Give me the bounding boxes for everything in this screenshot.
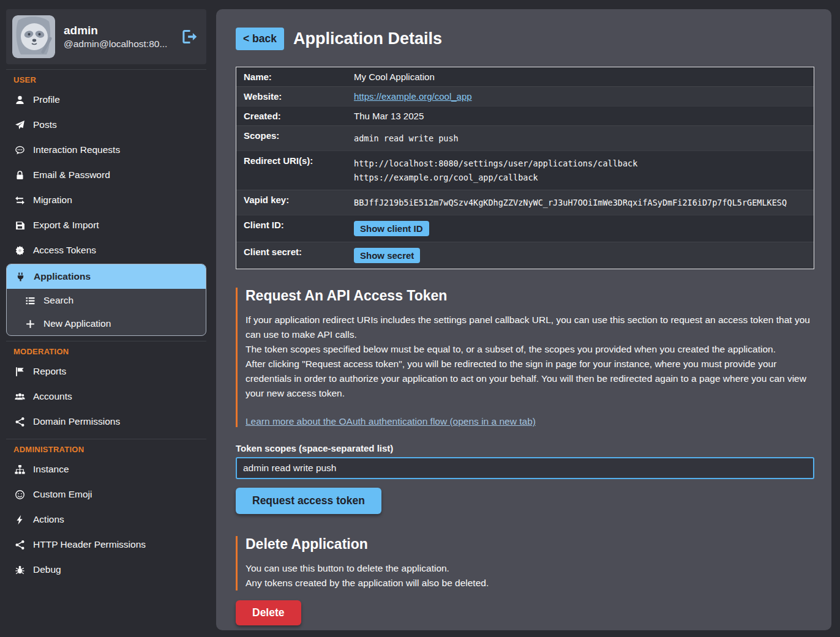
plus-icon <box>24 318 36 330</box>
table-row: Scopes: admin read write push <box>236 125 814 151</box>
sidebar-item-debug[interactable]: Debug <box>6 557 206 582</box>
table-row: Client ID: Show client ID <box>236 215 814 242</box>
show-client-id-button[interactable]: Show client ID <box>354 221 429 236</box>
request-token-paragraph: The token scopes specified below must be… <box>246 342 814 357</box>
share-nodes-icon <box>13 538 26 551</box>
sidebar-item-label: HTTP Header Permissions <box>33 539 146 550</box>
created-value: Thu Mar 13 2025 <box>354 106 814 125</box>
sidebar-item-label: Reports <box>33 366 66 377</box>
delete-application-text-block: Delete Application You can use this butt… <box>236 536 814 590</box>
user-info: admin @admin@localhost:80... <box>64 23 167 51</box>
comment-dots-icon <box>13 144 26 156</box>
lock-icon <box>13 169 26 181</box>
sidebar-item-instance[interactable]: Instance <box>6 457 206 482</box>
delete-application-line: Any tokens created by the application wi… <box>246 576 814 590</box>
delete-application-line: You can use this button to delete the ap… <box>246 561 814 576</box>
table-row: Website: https://example.org/cool_app <box>236 86 814 106</box>
app-name-value: My Cool Application <box>354 67 814 86</box>
sidebar-item-interaction-requests[interactable]: Interaction Requests <box>6 138 206 162</box>
sidebar-item-actions[interactable]: Actions <box>6 507 206 532</box>
sidebar-item-custom-emoji[interactable]: Custom Emoji <box>6 482 206 507</box>
sidebar-section-administration: ADMINISTRATION <box>13 445 206 454</box>
sidebar-item-label: Applications <box>34 271 91 282</box>
application-details-table: Name: My Cool Application Website: https… <box>236 67 814 269</box>
user-card[interactable]: admin @admin@localhost:80... <box>6 9 206 64</box>
table-row: Client secret: Show secret <box>236 242 814 269</box>
sidebar-item-label: Email & Password <box>33 169 110 181</box>
users-icon <box>13 390 26 403</box>
table-row: Name: My Cool Application <box>236 67 814 86</box>
sidebar-item-label: Profile <box>33 94 60 105</box>
oauth-docs-link[interactable]: Learn more about the OAuth authenticatio… <box>246 416 536 427</box>
row-label: Client secret: <box>236 242 354 261</box>
scopes-value: admin read write push <box>354 126 814 151</box>
website-link[interactable]: https://example.org/cool_app <box>354 91 472 102</box>
sidebar-subitem-new-application[interactable]: New Application <box>7 312 206 335</box>
row-label: Vapid key: <box>236 190 354 209</box>
back-button[interactable]: < back <box>236 28 284 50</box>
settings-page: admin @admin@localhost:80... USER Profil… <box>0 0 840 637</box>
sidebar-item-label: Posts <box>33 119 57 130</box>
token-scopes-label: Token scopes (space-separated list) <box>236 443 814 453</box>
sidebar-item-posts[interactable]: Posts <box>6 113 206 137</box>
bug-icon <box>13 564 26 576</box>
sidebar-item-profile[interactable]: Profile <box>6 88 206 112</box>
delete-button[interactable]: Delete <box>236 600 301 625</box>
request-token-paragraph: If your application redirect URIs includ… <box>246 313 814 342</box>
applications-group: Applications Search New Application <box>6 264 206 336</box>
sidebar-item-reports[interactable]: Reports <box>6 359 206 384</box>
sidebar-item-accounts[interactable]: Accounts <box>6 384 206 409</box>
page-title: Application Details <box>293 29 442 48</box>
sidebar-item-label: Export & Import <box>33 220 99 231</box>
main-panel: < back Application Details Name: My Cool… <box>216 9 831 630</box>
share-nodes-icon <box>13 415 26 428</box>
sidebar-item-label: Access Tokens <box>33 245 96 256</box>
list-icon <box>24 294 36 307</box>
request-token-paragraph: After clicking "Request access token", y… <box>246 357 814 401</box>
sidebar-item-migration[interactable]: Migration <box>6 188 206 212</box>
sidebar-item-applications[interactable]: Applications <box>7 264 206 289</box>
sidebar-item-label: Custom Emoji <box>33 489 92 500</box>
sidebar-divider <box>6 341 206 341</box>
user-icon <box>13 94 26 106</box>
row-label: Website: <box>236 87 354 106</box>
redirect-uri: http://localhost:8080/settings/user/appl… <box>354 157 812 171</box>
flag-icon <box>13 365 26 378</box>
sidebar-divider <box>6 439 206 439</box>
sidebar-item-http-header-permissions[interactable]: HTTP Header Permissions <box>6 532 206 557</box>
delete-application-section: Delete Application You can use this butt… <box>236 536 814 625</box>
request-token-section: Request An API Access Token If your appl… <box>236 288 814 514</box>
table-row: Vapid key: BBJffJ219b5iE512m7wQSzv4KgKDh… <box>236 190 814 215</box>
user-handle: @admin@localhost:80... <box>64 38 167 51</box>
table-row: Created: Thu Mar 13 2025 <box>236 106 814 125</box>
exchange-icon <box>13 194 26 206</box>
sidebar-item-access-tokens[interactable]: Access Tokens <box>6 238 206 263</box>
redirect-uri: https://example.org/cool_app/callback <box>354 171 812 185</box>
sidebar-subitem-label: Search <box>43 295 73 306</box>
sidebar-divider <box>6 69 206 70</box>
sidebar-item-export-import[interactable]: Export & Import <box>6 213 206 237</box>
row-label: Redirect URI(s): <box>236 151 354 170</box>
sidebar: admin @admin@localhost:80... USER Profil… <box>0 0 216 637</box>
sidebar-item-domain-permissions[interactable]: Domain Permissions <box>6 409 206 434</box>
floppy-disk-icon <box>13 219 26 231</box>
row-label: Client ID: <box>236 215 354 234</box>
sidebar-item-label: Interaction Requests <box>33 144 120 155</box>
request-token-text-block: Request An API Access Token If your appl… <box>236 288 814 427</box>
sidebar-item-label: Migration <box>33 195 72 206</box>
certificate-icon <box>13 244 26 256</box>
show-secret-button[interactable]: Show secret <box>354 248 420 263</box>
plug-icon <box>14 270 26 283</box>
redirect-uris-value: http://localhost:8080/settings/user/appl… <box>354 151 814 190</box>
sidebar-item-label: Debug <box>33 564 61 575</box>
token-scopes-input[interactable] <box>236 457 814 479</box>
sidebar-item-email-password[interactable]: Email & Password <box>6 163 206 187</box>
page-header: < back Application Details <box>236 28 814 50</box>
sidebar-subitem-search[interactable]: Search <box>7 289 206 312</box>
sidebar-item-label: Domain Permissions <box>33 416 120 427</box>
request-access-token-button[interactable]: Request access token <box>236 488 381 514</box>
paper-plane-icon <box>13 119 26 131</box>
sidebar-item-label: Actions <box>33 514 64 525</box>
logout-icon[interactable] <box>181 29 198 45</box>
sidebar-section-moderation: MODERATION <box>13 347 206 356</box>
